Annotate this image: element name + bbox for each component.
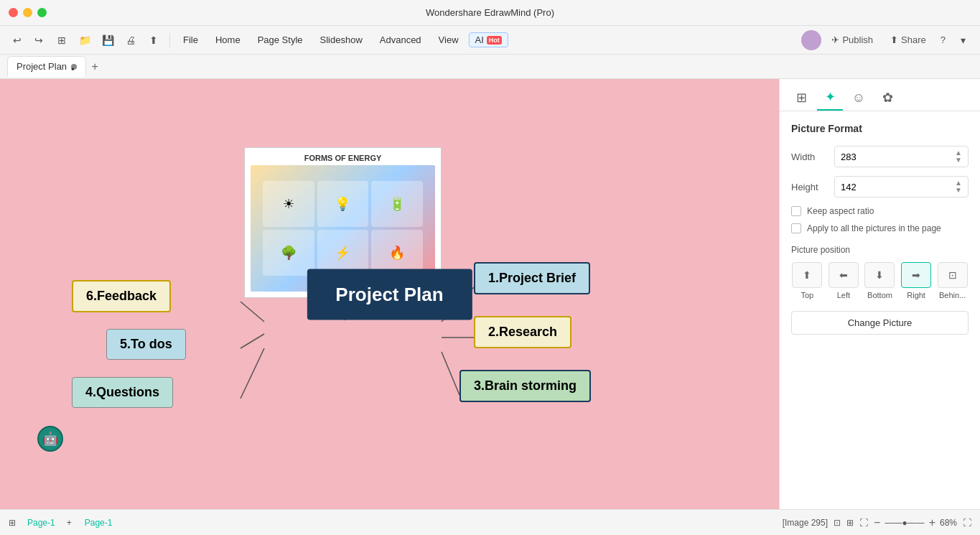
- position-right-label: Right: [907, 291, 925, 299]
- position-right-icon: ➡: [901, 262, 931, 288]
- position-left[interactable]: ⬅ Left: [828, 262, 860, 299]
- zoom-in-button[interactable]: +: [929, 516, 935, 529]
- keep-aspect-row: Keep aspect ratio: [791, 206, 969, 216]
- position-top[interactable]: ⬆ Top: [791, 262, 823, 299]
- page-tab-1[interactable]: Page-1: [20, 516, 62, 530]
- energy-magnetic: 🔋: [371, 181, 423, 227]
- svg-line-2: [442, 352, 459, 395]
- height-input[interactable]: 142 ▲ ▼: [834, 176, 969, 197]
- menu-page-style[interactable]: Page Style: [251, 32, 310, 48]
- node-feedback[interactable]: 6.Feedback: [72, 280, 171, 312]
- image-title: FORMS OF ENERGY: [304, 154, 382, 162]
- save-button[interactable]: 💾: [98, 30, 118, 50]
- node-project-brief[interactable]: 1.Project Brief: [474, 262, 590, 294]
- print-button[interactable]: 🖨: [121, 30, 141, 50]
- menu-view[interactable]: View: [431, 32, 466, 48]
- title-bar: Wondershare EdrawMind (Pro): [0, 0, 980, 26]
- keep-aspect-checkbox[interactable]: [791, 206, 801, 216]
- position-behind-icon: ⊡: [938, 262, 968, 288]
- menu-bar: ↩ ↪ ⊞ 📁 💾 🖨 ⬆ File Home Page Style Slide…: [0, 26, 980, 55]
- node-brain-storming[interactable]: 3.Brain storming: [459, 370, 591, 402]
- publish-icon: ✈: [831, 34, 839, 45]
- energy-potential: 🌳: [263, 230, 314, 276]
- active-page-tab[interactable]: Page-1: [78, 516, 120, 530]
- status-bar-left: ⊞ Page-1 +: [9, 516, 72, 530]
- node-todos[interactable]: 5.To dos: [106, 329, 186, 360]
- open-button[interactable]: 📁: [75, 30, 95, 50]
- position-bottom-icon: ⬇: [864, 262, 895, 288]
- panel-tab-picture[interactable]: ✦: [817, 85, 843, 111]
- view-mode-icon[interactable]: ⊞: [9, 518, 16, 528]
- position-bottom[interactable]: ⬇ Bottom: [864, 262, 896, 299]
- export-button[interactable]: ⬆: [144, 30, 164, 50]
- height-spinners[interactable]: ▲ ▼: [955, 180, 962, 194]
- divider-1: [169, 33, 170, 47]
- fit-icon[interactable]: ⊡: [834, 518, 841, 528]
- robot-symbol: 🤖: [42, 431, 58, 447]
- width-label: Width: [791, 152, 834, 162]
- position-behind[interactable]: ⊡ Behin...: [936, 262, 969, 299]
- width-field-row: Width 283 ▲ ▼: [791, 146, 969, 167]
- image-info: [Image 295]: [783, 518, 828, 528]
- width-down[interactable]: ▼: [955, 157, 962, 164]
- minimize-button[interactable]: [23, 8, 32, 17]
- position-bottom-label: Bottom: [867, 291, 892, 299]
- height-field-row: Height 142 ▲ ▼: [791, 176, 969, 197]
- apply-all-checkbox[interactable]: [791, 223, 801, 233]
- node-questions[interactable]: 4.Questions: [72, 377, 173, 408]
- help-button[interactable]: ?: [936, 32, 950, 48]
- panel-content: Picture Format Width 283 ▲ ▼ Height 142: [780, 111, 980, 509]
- tab-project-plan[interactable]: Project Plan •: [7, 56, 86, 77]
- position-top-label: Top: [801, 291, 813, 299]
- position-left-icon: ⬅: [829, 262, 859, 288]
- node-research[interactable]: 2.Research: [474, 316, 571, 348]
- expand-view-icon[interactable]: ⛶: [963, 518, 971, 528]
- height-label: Height: [791, 182, 834, 192]
- svg-line-5: [241, 348, 264, 399]
- expand-button[interactable]: ▾: [953, 30, 973, 50]
- change-picture-button[interactable]: Change Picture: [791, 311, 969, 335]
- width-spinners[interactable]: ▲ ▼: [955, 149, 962, 164]
- add-page-button[interactable]: +: [67, 518, 72, 528]
- redo-button[interactable]: ↪: [29, 30, 49, 50]
- status-bar-right: [Image 295] ⊡ ⊞ ⛶ − ——●—— + 68% ⛶: [783, 516, 971, 529]
- menu-ai[interactable]: AI Hot: [469, 32, 508, 47]
- undo-button[interactable]: ↩: [7, 30, 27, 50]
- panel-section-title: Picture Format: [791, 123, 969, 134]
- position-left-label: Left: [837, 291, 850, 299]
- menu-slideshow[interactable]: Slideshow: [313, 32, 370, 48]
- position-grid: ⬆ Top ⬅ Left ⬇ Bottom ➡ Right ⊡ Behin.: [791, 262, 969, 299]
- keep-aspect-label: Keep aspect ratio: [807, 206, 874, 216]
- user-avatar[interactable]: [801, 30, 821, 50]
- menu-home[interactable]: Home: [208, 32, 248, 48]
- tab-modified-dot: •: [71, 64, 77, 70]
- zoom-controls: − ——●—— + 68%: [874, 516, 957, 529]
- fit-page-icon[interactable]: ⊞: [846, 518, 854, 528]
- panel-tabs: ⊞ ✦ ☺ ✿: [780, 79, 980, 111]
- zoom-out-button[interactable]: −: [874, 516, 880, 529]
- share-icon: ⬆: [890, 34, 898, 45]
- width-input[interactable]: 283 ▲ ▼: [834, 146, 969, 167]
- panel-tab-format[interactable]: ⊞: [788, 85, 814, 111]
- panel-tab-settings[interactable]: ✿: [874, 85, 900, 111]
- robot-icon[interactable]: 🤖: [37, 426, 63, 452]
- position-right[interactable]: ➡ Right: [900, 262, 933, 299]
- height-down[interactable]: ▼: [955, 187, 962, 194]
- central-node[interactable]: Project Plan: [307, 269, 472, 320]
- menu-file[interactable]: File: [176, 32, 205, 48]
- zoom-slider[interactable]: ——●——: [885, 518, 924, 528]
- right-panel: ⊞ ✦ ☺ ✿ Picture Format Width 283 ▲ ▼ H: [779, 79, 980, 509]
- share-button[interactable]: ⬆ Share: [883, 32, 933, 48]
- publish-button[interactable]: ✈ Publish: [824, 32, 880, 48]
- add-tab-button[interactable]: +: [86, 58, 103, 75]
- canvas[interactable]: FORMS OF ENERGY ☀ 💡 🔋 🌳 ⚡ 🔥 Project Plan…: [0, 79, 779, 509]
- fullscreen-icon[interactable]: ⛶: [859, 518, 868, 528]
- menu-advanced[interactable]: Advanced: [373, 32, 429, 48]
- new-doc-button[interactable]: ⊞: [52, 30, 72, 50]
- svg-line-3: [241, 302, 264, 322]
- maximize-button[interactable]: [37, 8, 47, 17]
- apply-all-row: Apply to all the pictures in the page: [791, 223, 969, 233]
- panel-tab-emoji[interactable]: ☺: [846, 85, 872, 111]
- tab-label: Project Plan: [17, 61, 67, 72]
- close-button[interactable]: [9, 8, 18, 17]
